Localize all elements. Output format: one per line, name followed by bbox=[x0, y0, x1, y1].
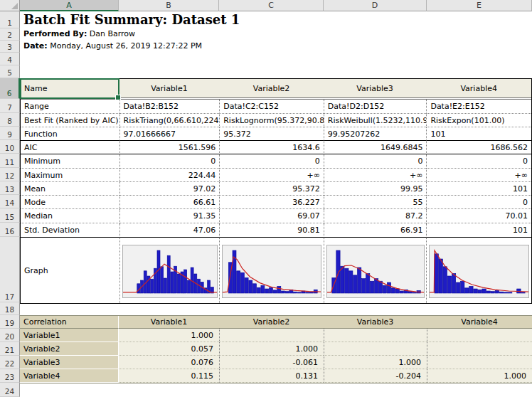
fit-histogram-variable2[interactable] bbox=[222, 245, 321, 298]
corr-cell[interactable] bbox=[427, 329, 532, 342]
stats-cell[interactable]: 0 bbox=[119, 154, 220, 169]
stats-cell[interactable]: 0 bbox=[219, 154, 324, 169]
stats-cell[interactable]: 224.44 bbox=[119, 169, 220, 182]
column-header-A[interactable]: A bbox=[20, 0, 119, 11]
row-header-6[interactable]: 6 bbox=[0, 78, 20, 99]
stats-cell[interactable]: +∞ bbox=[426, 169, 531, 182]
fit-histogram-variable1[interactable] bbox=[122, 245, 218, 298]
stats-row-label[interactable]: Function bbox=[21, 127, 119, 141]
row-header-7[interactable]: 7 bbox=[0, 99, 20, 113]
corr-cell[interactable]: 1.000 bbox=[219, 342, 324, 356]
corr-header-variable2[interactable]: Variable2 bbox=[219, 316, 324, 329]
stats-cell[interactable]: RiskExpon(101.00) bbox=[426, 114, 531, 127]
column-header-C[interactable]: C bbox=[219, 0, 324, 11]
row-header-19[interactable]: 19 bbox=[0, 315, 20, 329]
stats-cell[interactable]: 97.01666667 bbox=[119, 127, 220, 141]
stats-cell[interactable]: 91.35 bbox=[119, 209, 220, 223]
stats-cell[interactable]: 0 bbox=[426, 196, 531, 209]
corr-row-label[interactable]: Variable3 bbox=[20, 356, 119, 369]
row-header-8[interactable]: 8 bbox=[0, 113, 20, 127]
graph-cell-variable2[interactable] bbox=[219, 238, 324, 303]
corr-cell[interactable] bbox=[427, 342, 532, 356]
corr-row-label[interactable]: Variable2 bbox=[20, 342, 119, 356]
corr-header-label[interactable]: Correlation bbox=[20, 316, 119, 329]
row-header-16[interactable]: 16 bbox=[0, 223, 20, 237]
corr-cell[interactable]: 0.057 bbox=[119, 342, 219, 356]
stats-row-label[interactable]: Mean bbox=[21, 182, 119, 196]
row-header-15[interactable]: 15 bbox=[0, 208, 20, 223]
row-header-13[interactable]: 13 bbox=[0, 181, 20, 195]
stats-cell[interactable]: 70.01 bbox=[426, 209, 531, 223]
stats-row-label[interactable]: Maximum bbox=[21, 169, 119, 182]
date-line[interactable]: Date: Monday, August 26, 2019 12:27:22 P… bbox=[23, 41, 202, 51]
stats-header-name[interactable]: Name bbox=[21, 79, 119, 97]
row-header-11[interactable]: 11 bbox=[0, 154, 20, 168]
stats-row-label[interactable]: Range bbox=[21, 100, 119, 114]
performed-by-line[interactable]: Performed By: Dan Barrow bbox=[23, 29, 135, 38]
stats-cell[interactable]: 55 bbox=[324, 196, 427, 209]
row-header-18[interactable]: 18 bbox=[0, 302, 20, 315]
row-header-10[interactable]: 10 bbox=[0, 140, 20, 154]
column-header-E[interactable]: E bbox=[427, 0, 532, 11]
row-header-5[interactable]: 5 bbox=[0, 65, 20, 78]
corr-cell[interactable]: 1.000 bbox=[324, 356, 427, 369]
stats-cell[interactable]: 95.372 bbox=[219, 182, 324, 196]
stats-header-variable3[interactable]: Variable3 bbox=[324, 79, 427, 97]
stats-row-label[interactable]: AIC bbox=[21, 141, 119, 154]
row-header-24[interactable]: 24 bbox=[0, 383, 20, 397]
stats-cell[interactable]: 97.02 bbox=[119, 182, 220, 196]
stats-cell[interactable]: 66.61 bbox=[119, 196, 220, 209]
row-header-22[interactable]: 22 bbox=[0, 356, 20, 369]
stats-cell[interactable]: 1649.6845 bbox=[324, 141, 427, 154]
row-header-2[interactable]: 2 bbox=[0, 28, 20, 41]
stats-cell[interactable]: 1686.562 bbox=[426, 141, 531, 154]
stats-cell[interactable]: 1561.596 bbox=[119, 141, 220, 154]
stats-cell[interactable]: Data!E2:E152 bbox=[426, 100, 531, 114]
column-header-D[interactable]: D bbox=[324, 0, 427, 11]
select-all-corner[interactable] bbox=[0, 0, 20, 11]
corr-cell[interactable]: 1.000 bbox=[119, 329, 219, 342]
corr-header-variable3[interactable]: Variable3 bbox=[324, 316, 427, 329]
stats-cell[interactable]: Data!B2:B152 bbox=[119, 100, 220, 114]
graph-cell-variable4[interactable] bbox=[426, 238, 531, 303]
corr-cell[interactable] bbox=[219, 329, 324, 342]
stats-cell[interactable]: 87.2 bbox=[324, 209, 427, 223]
report-title[interactable]: Batch Fit Summary: Dataset 1 bbox=[23, 12, 240, 27]
column-header-B[interactable]: B bbox=[119, 0, 219, 11]
row-header-4[interactable]: 4 bbox=[0, 53, 20, 65]
row-header-14[interactable]: 14 bbox=[0, 195, 20, 208]
stats-row-label[interactable]: Best Fit (Ranked by AIC) bbox=[21, 114, 119, 127]
stats-row-label[interactable]: Median bbox=[21, 209, 119, 223]
row-header-20[interactable]: 20 bbox=[0, 329, 20, 342]
stats-cell[interactable]: 95.372 bbox=[219, 127, 324, 141]
fit-histogram-variable4[interactable] bbox=[429, 245, 529, 298]
stats-cell[interactable]: Data!D2:D152 bbox=[324, 100, 427, 114]
stats-cell[interactable]: 1634.6 bbox=[219, 141, 324, 154]
stats-cell[interactable]: 101 bbox=[426, 182, 531, 196]
stats-cell[interactable]: +∞ bbox=[324, 169, 427, 182]
corr-header-variable4[interactable]: Variable4 bbox=[427, 316, 532, 329]
stats-cell[interactable]: 90.81 bbox=[219, 223, 324, 238]
corr-cell[interactable]: 1.000 bbox=[427, 369, 532, 383]
row-header-9[interactable]: 9 bbox=[0, 127, 20, 140]
stats-cell[interactable]: 69.07 bbox=[219, 209, 324, 223]
stats-cell[interactable]: 99.95 bbox=[324, 182, 427, 196]
row-header-3[interactable]: 3 bbox=[0, 41, 20, 53]
corr-cell[interactable]: 0.115 bbox=[119, 369, 219, 383]
graph-row-label[interactable]: Graph bbox=[21, 238, 119, 303]
corr-row-label[interactable]: Variable4 bbox=[20, 369, 119, 383]
row-header-1[interactable]: 1 bbox=[0, 11, 20, 28]
corr-header-variable1[interactable]: Variable1 bbox=[119, 316, 219, 329]
row-header-23[interactable]: 23 bbox=[0, 369, 20, 383]
corr-cell[interactable]: -0.061 bbox=[219, 356, 324, 369]
row-header-21[interactable]: 21 bbox=[0, 342, 20, 356]
stats-header-variable1[interactable]: Variable1 bbox=[119, 79, 220, 97]
corr-cell[interactable] bbox=[324, 329, 427, 342]
corr-cell[interactable]: -0.204 bbox=[324, 369, 427, 383]
stats-header-variable4[interactable]: Variable4 bbox=[426, 79, 531, 97]
stats-cell[interactable]: 47.06 bbox=[119, 223, 220, 238]
fit-histogram-variable3[interactable] bbox=[326, 245, 425, 298]
stats-cell[interactable]: 36.227 bbox=[219, 196, 324, 209]
graph-cell-variable1[interactable] bbox=[119, 238, 220, 303]
stats-row-label[interactable]: Minimum bbox=[21, 154, 119, 169]
